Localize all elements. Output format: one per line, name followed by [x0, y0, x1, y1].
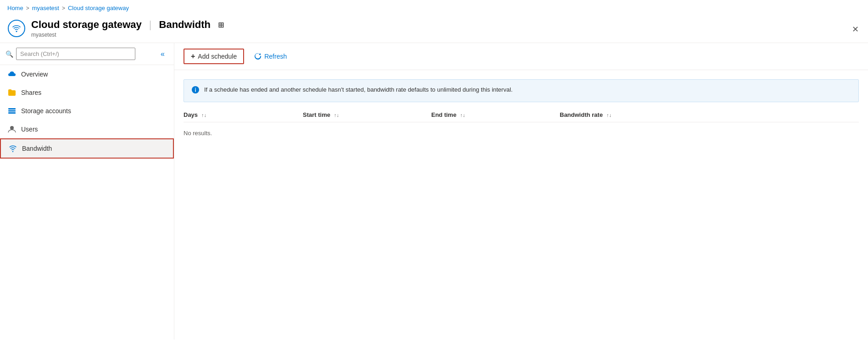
search-input[interactable] — [16, 48, 135, 60]
no-results-message: No results. — [184, 124, 859, 142]
breadcrumb-sep1: > — [26, 5, 29, 11]
info-banner-text: If a schedule has ended and another sche… — [204, 85, 512, 94]
breadcrumb-current[interactable]: Cloud storage gateway — [68, 5, 129, 11]
header-subtitle: myasetest — [31, 32, 224, 38]
column-header-bandwidth-rate[interactable]: Bandwidth rate — [560, 111, 859, 118]
add-schedule-button[interactable]: + Add schedule — [184, 49, 244, 64]
search-bar: 🔍 « — [0, 43, 174, 65]
sidebar-nav: Overview Shares — [0, 65, 174, 340]
column-header-start-time[interactable]: Start time — [303, 111, 431, 118]
svg-point-5 — [195, 88, 196, 89]
wifi-sidebar-icon — [8, 144, 17, 153]
page-icon — [7, 19, 26, 38]
sidebar-item-shares-label: Shares — [21, 89, 41, 96]
breadcrumb: Home > myasetest > Cloud storage gateway — [0, 0, 868, 16]
sidebar-item-shares[interactable]: Shares — [0, 83, 174, 102]
info-icon — [191, 86, 200, 96]
bandwidth-rate-sort-icon — [605, 111, 612, 118]
column-header-days[interactable]: Days — [184, 111, 303, 118]
svg-point-3 — [10, 126, 14, 130]
header-section-name: Bandwidth — [159, 19, 211, 31]
plus-icon: + — [191, 52, 195, 60]
header-resource-name: Cloud storage gateway — [31, 19, 142, 31]
table-header: Days Start time End time Bandwidth rate — [184, 111, 859, 122]
sidebar-item-overview-label: Overview — [21, 71, 48, 78]
add-schedule-label: Add schedule — [198, 53, 237, 60]
sidebar-item-bandwidth-label: Bandwidth — [22, 145, 52, 152]
end-time-sort-icon — [458, 111, 465, 118]
close-button[interactable]: ✕ — [850, 22, 861, 36]
sidebar-item-storage-accounts[interactable]: Storage accounts — [0, 102, 174, 120]
wifi-header-icon — [12, 24, 21, 33]
svg-rect-2 — [8, 112, 16, 114]
search-icon: 🔍 — [6, 50, 13, 58]
sidebar-item-users-label: Users — [21, 126, 38, 133]
breadcrumb-myasetest[interactable]: myasetest — [32, 5, 59, 11]
main-content: + Add schedule Refresh — [174, 43, 868, 340]
breadcrumb-sep2: > — [62, 5, 65, 11]
col-bandwidth-rate-label: Bandwidth rate — [560, 111, 603, 118]
sidebar: 🔍 « Overview Shar — [0, 43, 174, 340]
table-container: Days Start time End time Bandwidth rate … — [184, 111, 859, 142]
column-header-end-time[interactable]: End time — [431, 111, 560, 118]
header-title: Cloud storage gateway | Bandwidth ⊞ — [31, 19, 224, 31]
refresh-icon — [254, 52, 262, 61]
info-banner: If a schedule has ended and another sche… — [184, 79, 859, 102]
header-divider: | — [149, 19, 152, 31]
days-sort-icon — [200, 111, 206, 118]
svg-rect-1 — [8, 110, 16, 112]
wifi-icon-circle — [8, 20, 25, 37]
sidebar-item-users[interactable]: Users — [0, 120, 174, 138]
refresh-button[interactable]: Refresh — [248, 49, 293, 64]
sidebar-item-overview[interactable]: Overview — [0, 65, 174, 83]
svg-rect-0 — [8, 108, 16, 110]
col-start-time-label: Start time — [303, 111, 330, 118]
pin-icon[interactable]: ⊞ — [218, 21, 224, 29]
sidebar-item-storage-accounts-label: Storage accounts — [21, 107, 71, 115]
page-header: Cloud storage gateway | Bandwidth ⊞ myas… — [0, 16, 868, 43]
storage-icon — [7, 106, 17, 115]
toolbar: + Add schedule Refresh — [174, 43, 868, 70]
breadcrumb-home[interactable]: Home — [7, 5, 23, 11]
refresh-label: Refresh — [264, 53, 287, 60]
sidebar-item-bandwidth[interactable]: Bandwidth — [0, 138, 174, 159]
collapse-sidebar-button[interactable]: « — [157, 48, 168, 60]
header-title-group: Cloud storage gateway | Bandwidth ⊞ myas… — [31, 19, 224, 38]
col-end-time-label: End time — [431, 111, 456, 118]
cloud-icon — [7, 70, 17, 79]
start-time-sort-icon — [332, 111, 339, 118]
user-icon — [7, 125, 17, 134]
col-days-label: Days — [184, 111, 198, 118]
main-layout: 🔍 « Overview Shar — [0, 43, 868, 340]
folder-icon — [7, 88, 17, 97]
